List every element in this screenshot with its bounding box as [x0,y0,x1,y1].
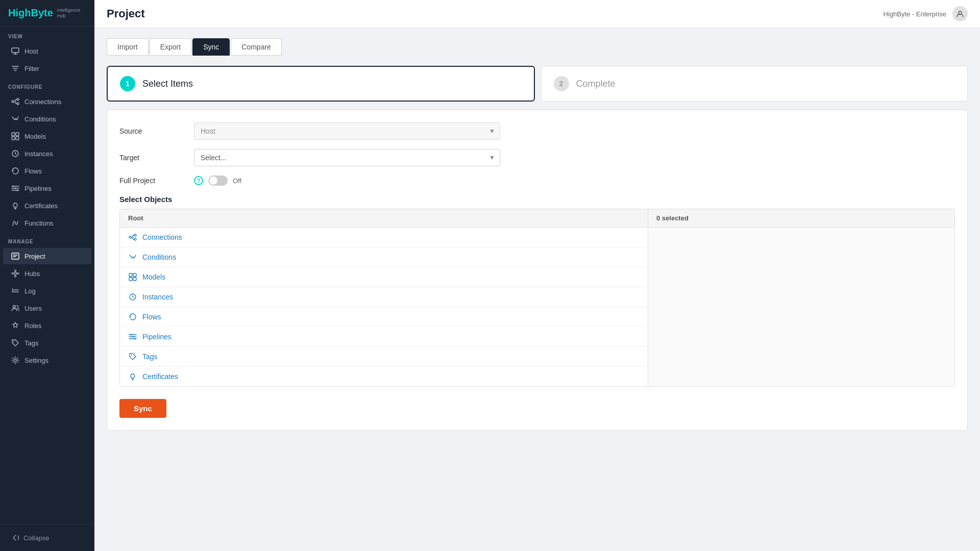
sidebar-item-project[interactable]: Project [3,248,91,264]
svg-rect-26 [129,273,132,277]
instances-icon [11,149,19,158]
svg-rect-4 [12,133,15,136]
svg-rect-5 [16,133,19,136]
svg-point-20 [14,341,15,342]
sidebar-bottom: Collapse [0,524,94,551]
svg-point-24 [134,234,136,236]
sidebar-item-host[interactable]: Host [3,43,91,59]
sidebar-item-connections-label: Connections [24,98,61,106]
svg-point-22 [959,11,962,14]
sidebar: HighByte IntelligenceHub VIEW Host Filte… [0,0,94,551]
svg-point-17 [12,273,13,274]
source-select[interactable]: Host [194,122,500,140]
configure-section-label: CONFIGURE [0,77,94,93]
flows-icon [11,167,19,175]
sidebar-item-log[interactable]: Log [3,283,91,299]
sidebar-item-users-label: Users [24,305,42,312]
conditions-icon [11,115,19,123]
main-area: Project HighByte - Enterprise Import Exp… [94,0,980,551]
tab-sync[interactable]: Sync [192,38,230,56]
tab-export[interactable]: Export [150,38,191,56]
pipelines-icon [11,184,19,192]
object-item-pipelines[interactable]: Pipelines [120,327,648,347]
tags-icon [11,339,19,347]
user-label: HighByte - Enterprise [883,10,946,18]
object-item-instances[interactable]: Instances [120,287,648,307]
obj-conditions-label: Conditions [142,253,176,261]
select-objects-label: Select Objects [119,195,955,204]
sidebar-item-functions[interactable]: Functions [3,215,91,231]
svg-point-12 [13,203,17,207]
svg-point-19 [13,306,16,308]
sync-button[interactable]: Sync [119,399,166,418]
sidebar-item-tags-label: Tags [24,339,38,347]
svg-point-1 [12,101,14,103]
sidebar-item-filter[interactable]: Filter [3,60,91,77]
host-icon [11,47,19,55]
sidebar-item-models[interactable]: Models [3,128,91,144]
manage-section-label: MANAGE [0,232,94,247]
connections-icon [11,97,19,106]
svg-point-10 [15,188,16,189]
obj-flows-label: Flows [142,313,161,321]
sidebar-item-flows[interactable]: Flows [3,163,91,179]
user-avatar[interactable] [952,6,968,21]
sidebar-item-settings-label: Settings [24,357,48,364]
svg-rect-29 [133,278,136,281]
full-project-label: Full Project [119,177,186,185]
tab-import[interactable]: Import [107,38,149,56]
object-item-tags[interactable]: Tags [120,347,648,367]
content-area: Import Export Sync Compare 1 Select Item… [94,28,980,551]
svg-point-9 [13,186,14,187]
sidebar-item-host-label: Host [24,47,38,55]
sidebar-item-tags[interactable]: Tags [3,335,91,351]
sidebar-item-hubs[interactable]: Hubs [3,265,91,282]
sidebar-item-roles[interactable]: Roles [3,317,91,334]
source-label: Source [119,127,186,135]
sidebar-item-certificates[interactable]: Certificates [3,197,91,214]
sidebar-item-settings[interactable]: Settings [3,352,91,368]
sidebar-item-users[interactable]: Users [3,300,91,316]
full-project-help-icon[interactable]: ? [194,176,203,185]
sidebar-item-conditions[interactable]: Conditions [3,111,91,127]
step-2-card: 2 Complete [541,66,968,102]
objects-left-header: Root [120,209,648,228]
sidebar-item-functions-label: Functions [24,219,53,227]
filter-icon [11,64,19,72]
topbar-right: HighByte - Enterprise [883,6,968,21]
svg-point-14 [14,272,17,275]
objects-right-header: 0 selected [648,209,954,228]
object-item-models[interactable]: Models [120,267,648,287]
sidebar-item-hubs-label: Hubs [24,270,40,278]
object-item-conditions[interactable]: Conditions [120,247,648,267]
svg-point-25 [134,238,136,240]
target-label: Target [119,154,186,162]
tab-compare[interactable]: Compare [231,38,282,56]
obj-conditions-icon [128,253,137,262]
step-1-number: 1 [120,76,135,91]
sidebar-item-models-label: Models [24,133,46,140]
step-1-card: 1 Select Items [107,66,535,102]
obj-connections-icon [128,233,137,242]
topbar: Project HighByte - Enterprise [94,0,980,28]
obj-certificates-icon [128,372,137,381]
step-2-label: Complete [576,79,616,89]
object-item-certificates[interactable]: Certificates [120,367,648,386]
full-project-toggle[interactable] [208,176,228,186]
svg-point-15 [15,270,16,271]
step-2-number: 2 [554,76,569,91]
source-control: Host ▼ [194,122,500,140]
object-item-connections[interactable]: Connections [120,228,648,247]
logo-text: HighByte [8,7,53,19]
obj-tags-icon [128,352,137,361]
sidebar-item-instances[interactable]: Instances [3,145,91,162]
obj-connections-label: Connections [142,233,182,241]
svg-point-31 [130,334,132,336]
sidebar-item-pipelines[interactable]: Pipelines [3,180,91,196]
svg-point-11 [17,190,18,191]
target-select[interactable]: Select... [194,149,500,166]
collapse-button[interactable]: Collapse [3,530,91,546]
object-item-flows[interactable]: Flows [120,307,648,327]
sidebar-item-project-label: Project [24,253,45,260]
sidebar-item-connections[interactable]: Connections [3,93,91,110]
